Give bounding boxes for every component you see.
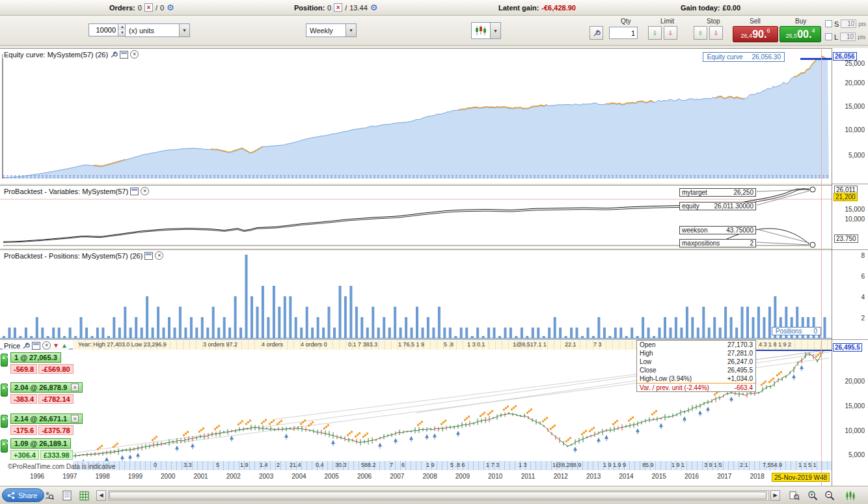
s-checkbox[interactable]	[825, 20, 832, 27]
band-stat: 1 76.5 1 9	[398, 341, 424, 348]
share-button[interactable]: Share	[2, 488, 44, 502]
axis-label: 8	[861, 252, 865, 259]
sell-stop-button[interactable]: ⇩	[709, 26, 723, 40]
price-wrench-icon[interactable]	[22, 342, 30, 350]
units-dropdown-arrow-icon[interactable]: ▼	[179, 24, 189, 36]
find-user-icon[interactable]	[42, 489, 56, 502]
price-close-icon[interactable]: ×	[42, 341, 51, 350]
position-close-icon[interactable]: ×	[334, 3, 342, 12]
order-qty-input[interactable]	[609, 27, 638, 39]
close-position-icon[interactable]: ×	[71, 384, 79, 391]
equity-wrench-icon[interactable]	[110, 51, 118, 59]
zoom-in-icon[interactable]	[806, 489, 820, 502]
position-settings-icon[interactable]: ⚙	[370, 3, 378, 12]
buy-price-small: 26,5	[786, 32, 798, 40]
equity-close-icon[interactable]: ×	[130, 50, 139, 59]
tooltip-row: Close26,495.5	[637, 366, 755, 374]
band-stat: 30.3	[335, 462, 347, 468]
scrollbar-thumb[interactable]	[109, 492, 766, 499]
table-icon[interactable]	[77, 489, 91, 502]
pl-cash: -£375.78	[38, 425, 73, 435]
chart-type-arrow-icon[interactable]: ▼	[490, 23, 500, 38]
price-axis-tag: 26,495.5	[833, 343, 862, 352]
open-position-pl: -383.4-£782.14	[10, 394, 74, 404]
report-icon[interactable]	[60, 489, 74, 502]
tooltip-label: High	[640, 349, 653, 357]
open-position-qty[interactable]: 2.14 @ 26,671.1×	[10, 413, 83, 424]
chart-style-icon[interactable]	[843, 489, 858, 502]
band-stat: 1 1 5 1	[798, 462, 817, 468]
band-stat: 7 3	[593, 341, 602, 348]
buy-column-label: Buy	[795, 18, 806, 25]
scroll-right-button[interactable]: ▶	[770, 490, 780, 501]
sell-price-small: 26,4	[741, 32, 753, 40]
positions-window-icon[interactable]	[144, 252, 153, 260]
positions-close-icon[interactable]: ×	[155, 251, 163, 260]
proorder-icon[interactable]: ▲▼	[1, 415, 8, 428]
variable-value: 43.75000	[726, 227, 753, 234]
l-checkbox[interactable]	[825, 33, 832, 40]
buy-button[interactable]: 26,500.4	[780, 26, 821, 42]
band-stat: 6	[401, 462, 405, 468]
buy-stop-button[interactable]: ⇧	[694, 26, 707, 40]
s-points-input[interactable]	[841, 20, 856, 28]
units-value: (x) units	[129, 27, 154, 35]
open-position-pl: -569.8-£569.80	[10, 364, 74, 374]
zoom-out-icon[interactable]	[822, 489, 837, 502]
tooltip-label: Close	[640, 366, 657, 374]
equity-window-icon[interactable]	[120, 51, 128, 59]
proorder-icon[interactable]: ▲▼	[1, 440, 8, 453]
band-stat: 4 orders	[262, 341, 283, 348]
year-label: 2016	[681, 473, 703, 480]
year-label: 2007	[386, 473, 408, 480]
sell-button[interactable]: 26,490.6	[733, 26, 778, 42]
sell-price-big: 90.	[752, 29, 766, 40]
open-position-qty[interactable]: 2.04 @ 26,878.9×	[10, 382, 83, 393]
position-value: 0	[327, 4, 331, 12]
units-dropdown[interactable]: (x) units ▼	[125, 23, 190, 37]
price-sell-marker-icon[interactable]: ▼	[53, 342, 59, 349]
axis-label: 15,000	[845, 103, 865, 110]
scroll-left-button[interactable]: ◀	[96, 490, 106, 501]
proorder-icon[interactable]: ▲▼	[1, 384, 8, 397]
close-position-icon[interactable]: ×	[71, 415, 79, 423]
band-stat: 1.4	[260, 462, 268, 468]
pl-points: -175.6	[10, 425, 37, 435]
status-bar: Share ◀ ▶	[0, 486, 868, 504]
price-window-icon[interactable]	[32, 342, 40, 350]
band-stat: 0.1 7 383.3	[348, 341, 377, 348]
chart-toolbar: ▲▼ (x) units ▼ Weekly ▼ ▼ Qty Limit Stop…	[0, 16, 868, 46]
tooltip-row: Low26,247.0	[637, 357, 755, 366]
price-tooltip: Open27,170.3High27,281.0Low26,247.0Close…	[636, 340, 756, 392]
variables-close-icon[interactable]: ×	[141, 187, 149, 195]
order-settings-wrench-icon[interactable]	[590, 26, 603, 40]
orders-cancel-icon[interactable]: ×	[144, 3, 153, 12]
l-points-input[interactable]	[840, 33, 856, 41]
band-stat: 5 .8 6	[450, 462, 465, 468]
stop-column-label: Stop	[707, 18, 720, 25]
variable-label-mytarget: mytarget26,250	[679, 188, 756, 197]
proorder-icon[interactable]: ▲▼	[1, 354, 8, 367]
tooltip-label: Low	[640, 357, 651, 366]
band-stat: 1@8,517.1 1	[513, 341, 547, 348]
open-position-qty[interactable]: 1.09 @ 26,189.1	[10, 438, 71, 449]
price-panel: Price × ▼ ▲ Year: High 27,403.0 Low 23,2…	[0, 339, 832, 486]
price-buy-marker-icon[interactable]: ▲	[61, 342, 68, 349]
axis-label: 10,000	[845, 427, 865, 434]
open-position-qty[interactable]: 1 @ 27,065.3	[10, 352, 61, 363]
tooltip-value: 26,495.5	[727, 366, 753, 374]
variables-window-icon[interactable]	[130, 188, 139, 195]
search-chart-icon[interactable]	[787, 489, 802, 502]
share-icon	[7, 492, 15, 499]
sell-limit-button[interactable]: ⇩	[664, 26, 677, 40]
buy-limit-button[interactable]: ⇩	[648, 26, 662, 40]
chart-type-button[interactable]: ▼	[471, 22, 501, 39]
quantity-input[interactable]	[88, 23, 118, 36]
timeframe-dropdown-arrow-icon[interactable]: ▼	[346, 24, 356, 36]
quantity-stepper[interactable]: ▲▼	[88, 23, 127, 36]
chart-scrollbar[interactable]	[108, 490, 769, 501]
orders-settings-icon[interactable]: ⚙	[167, 3, 174, 12]
timeframe-dropdown[interactable]: Weekly ▼	[306, 23, 357, 37]
position-size: 1 @ 27,065.3	[14, 353, 57, 362]
s-pts-label: pts	[858, 21, 866, 27]
